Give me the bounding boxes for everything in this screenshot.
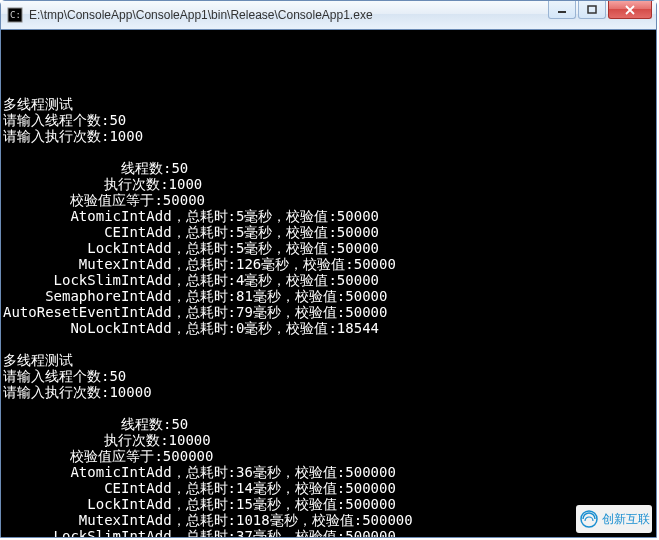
console-line: 请输入执行次数:10000 bbox=[3, 384, 654, 400]
console-line: 线程数:50 bbox=[3, 160, 654, 176]
window-buttons bbox=[548, 1, 656, 29]
app-window: C: E:\tmp\ConsoleApp\ConsoleApp1\bin\Rel… bbox=[0, 0, 657, 538]
console-line: MutexIntAdd，总耗时:126毫秒，校验值:50000 bbox=[3, 256, 654, 272]
close-button[interactable] bbox=[608, 1, 652, 19]
watermark: 创新互联 bbox=[576, 505, 652, 533]
console-line bbox=[3, 400, 654, 416]
console-line: CEIntAdd，总耗时:5毫秒，校验值:50000 bbox=[3, 224, 654, 240]
svg-text:C:: C: bbox=[10, 10, 21, 20]
console-line bbox=[3, 336, 654, 352]
console-line: LockSlimIntAdd，总耗时:4毫秒，校验值:50000 bbox=[3, 272, 654, 288]
console-line: 校验值应等于:50000 bbox=[3, 192, 654, 208]
console-line: LockIntAdd，总耗时:15毫秒，校验值:500000 bbox=[3, 496, 654, 512]
console-line bbox=[3, 144, 654, 160]
maximize-button[interactable] bbox=[578, 1, 606, 19]
console-line: AtomicIntAdd，总耗时:36毫秒，校验值:500000 bbox=[3, 464, 654, 480]
console-line: 校验值应等于:500000 bbox=[3, 448, 654, 464]
console-line bbox=[3, 80, 654, 96]
console-output[interactable]: 多线程测试请输入线程个数:50请输入执行次数:1000 线程数:50 执行次数:… bbox=[1, 30, 656, 537]
watermark-text: 创新互联 bbox=[602, 511, 650, 527]
console-line: AtomicIntAdd，总耗时:5毫秒，校验值:50000 bbox=[3, 208, 654, 224]
console-line: LockIntAdd，总耗时:5毫秒，校验值:50000 bbox=[3, 240, 654, 256]
minimize-button[interactable] bbox=[548, 1, 576, 19]
console-line: AutoResetEventIntAdd，总耗时:79毫秒，校验值:50000 bbox=[3, 304, 654, 320]
app-icon: C: bbox=[7, 7, 23, 23]
console-line: SemaphoreIntAdd，总耗时:81毫秒，校验值:50000 bbox=[3, 288, 654, 304]
console-line: 请输入线程个数:50 bbox=[3, 112, 654, 128]
console-line: NoLockIntAdd，总耗时:0毫秒，校验值:18544 bbox=[3, 320, 654, 336]
console-line: 执行次数:1000 bbox=[3, 176, 654, 192]
svg-rect-3 bbox=[588, 6, 596, 13]
console-line: MutexIntAdd，总耗时:1018毫秒，校验值:500000 bbox=[3, 512, 654, 528]
svg-rect-2 bbox=[558, 11, 566, 13]
console-line: LockSlimIntAdd，总耗时:37毫秒，校验值:500000 bbox=[3, 528, 654, 537]
console-line: CEIntAdd，总耗时:14毫秒，校验值:500000 bbox=[3, 480, 654, 496]
titlebar[interactable]: C: E:\tmp\ConsoleApp\ConsoleApp1\bin\Rel… bbox=[1, 1, 656, 30]
console-line: 多线程测试 bbox=[3, 352, 654, 368]
console-line: 请输入线程个数:50 bbox=[3, 368, 654, 384]
window-title: E:\tmp\ConsoleApp\ConsoleApp1\bin\Releas… bbox=[29, 8, 548, 22]
console-line: 线程数:50 bbox=[3, 416, 654, 432]
console-line: 执行次数:10000 bbox=[3, 432, 654, 448]
console-line: 请输入执行次数:1000 bbox=[3, 128, 654, 144]
console-line: 多线程测试 bbox=[3, 96, 654, 112]
